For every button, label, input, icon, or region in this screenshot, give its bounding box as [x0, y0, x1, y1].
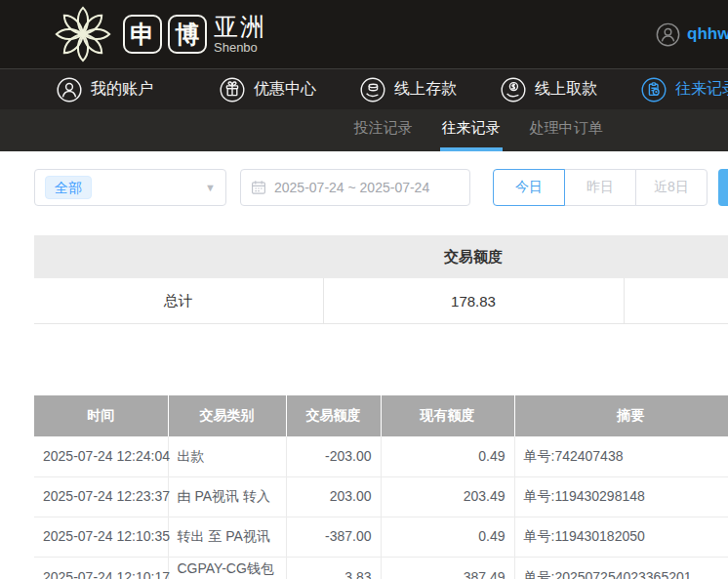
date-range-picker[interactable]: 2025-07-24 ~ 2025-07-24 [240, 169, 470, 206]
cell-memo: 单号:119430182050 [514, 517, 728, 557]
col-header-amount: 交易额度 [286, 395, 381, 436]
cell-time: 2025-07-24 12:10:17 [34, 557, 168, 579]
cell-balance: 0.49 [381, 436, 514, 476]
nav-item-label: 优惠中心 [254, 79, 316, 100]
site-logo[interactable]: 申 博 亚洲 Shenbo [51, 4, 266, 64]
user-account-area[interactable]: qhhww [656, 0, 728, 68]
selected-type-tag[interactable]: 全部 [45, 176, 92, 200]
col-header-type: 交易类别 [168, 395, 286, 436]
logo-boxed-text: 申 博 [123, 15, 207, 54]
nav-item-label: 我的账户 [91, 79, 153, 100]
search-button[interactable] [718, 169, 728, 206]
table-row: 2025-07-24 12:10:17 CGPAY-CG钱包支付笔笔送优惠 3.… [34, 557, 728, 579]
account-icon [57, 77, 82, 103]
today-button[interactable]: 今日 [493, 169, 565, 206]
col-header-memo: 摘要 [514, 395, 728, 436]
nav-item-deposit[interactable]: 线上存款 [360, 77, 457, 103]
cell-memo: 单号:119430298148 [514, 476, 728, 517]
summary-header-empty [34, 235, 323, 278]
summary-total-value: 178.83 [323, 278, 624, 324]
cell-time: 2025-07-24 12:24:04 [34, 436, 168, 476]
flower-logo-icon [51, 4, 115, 64]
table-row: 2025-07-24 12:24:04 出款 -203.00 0.49 单号:7… [34, 436, 728, 476]
col-header-time: 时间 [34, 395, 168, 436]
summary-total-label: 总计 [34, 278, 323, 324]
withdraw-icon [501, 77, 526, 103]
records-table: 时间 交易类别 交易额度 现有额度 摘要 2025-07-24 12:24:04… [34, 395, 728, 579]
nav-item-label: 线上存款 [394, 79, 457, 100]
tab-bet-records[interactable]: 投注记录 [352, 109, 415, 151]
main-navigation: 我的账户 优惠中心 [0, 68, 728, 109]
quick-date-button-group: 今日 昨日 近8日 [493, 169, 708, 206]
cell-amount: -387.00 [286, 517, 381, 557]
last-8-days-button[interactable]: 近8日 [635, 169, 708, 206]
cell-memo: 单号:202507254023365201 [514, 557, 728, 579]
username-text[interactable]: qhhww [687, 24, 728, 44]
user-avatar-icon [656, 22, 680, 47]
records-header-row: 时间 交易类别 交易额度 现有额度 摘要 [34, 395, 728, 436]
filter-toolbar: 全部 ▼ 2025-07-24 ~ 2025-07-24 今日 昨日 近8日 [34, 169, 728, 206]
summary-empty-cell [624, 278, 728, 324]
transaction-type-select[interactable]: 全部 ▼ [34, 169, 226, 206]
cell-type: 由 PA视讯 转入 [168, 476, 286, 517]
table-row: 2025-07-24 12:23:37 由 PA视讯 转入 203.00 203… [34, 476, 728, 517]
tab-transaction-records[interactable]: 往来记录 [440, 109, 503, 151]
cell-amount: 203.00 [286, 476, 381, 517]
logo-char-box: 博 [168, 15, 207, 54]
promo-icon [220, 77, 245, 103]
cell-memo: 单号:742407438 [514, 436, 728, 476]
cell-time: 2025-07-24 12:23:37 [34, 476, 168, 517]
nav-item-promotions[interactable]: 优惠中心 [220, 77, 316, 103]
cell-balance: 0.49 [381, 517, 514, 557]
cell-balance: 387.49 [381, 557, 514, 579]
cell-type: 出款 [168, 436, 286, 476]
browser-viewport: 申 博 亚洲 Shenbo qhhww [0, 0, 728, 579]
logo-char-box: 申 [123, 15, 162, 54]
summary-header-amount: 交易额度 [323, 235, 624, 278]
tab-pending-orders[interactable]: 处理中订单 [528, 109, 605, 151]
calendar-icon [251, 180, 266, 195]
yesterday-button[interactable]: 昨日 [564, 169, 636, 206]
nav-item-my-account[interactable]: 我的账户 [57, 77, 153, 103]
nav-item-label: 往来记录 [675, 79, 728, 100]
deposit-icon [360, 77, 385, 103]
summary-total-row: 总计 178.83 [34, 278, 728, 324]
summary-header-row: 交易额度 [34, 235, 728, 278]
logo-region-text: 亚洲 [214, 15, 266, 39]
logo-subtitle-text: Shenbo [214, 41, 266, 54]
site-header: 申 博 亚洲 Shenbo qhhww [0, 0, 728, 68]
records-tab-bar: 投注记录 往来记录 处理中订单 [0, 109, 728, 151]
table-row: 2025-07-24 12:10:35 转出 至 PA视讯 -387.00 0.… [34, 517, 728, 557]
cell-amount: -203.00 [286, 436, 381, 476]
nav-item-transaction-records[interactable]: 往来记录 [641, 77, 728, 103]
col-header-balance: 现有额度 [381, 395, 514, 436]
summary-table: 交易额度 总计 178.83 [34, 235, 728, 324]
cell-type: CGPAY-CG钱包支付笔笔送优惠 [168, 557, 286, 579]
records-icon [641, 77, 667, 103]
nav-item-withdraw[interactable]: 线上取款 [501, 77, 597, 103]
cell-amount: 3.83 [286, 557, 381, 579]
summary-header-empty [624, 235, 728, 278]
chevron-down-icon: ▼ [205, 182, 216, 193]
nav-item-label: 线上取款 [535, 79, 597, 100]
cell-time: 2025-07-24 12:10:35 [34, 517, 168, 557]
cell-balance: 203.49 [381, 476, 514, 517]
date-range-value: 2025-07-24 ~ 2025-07-24 [274, 180, 429, 195]
cell-type: 转出 至 PA视讯 [168, 517, 286, 557]
